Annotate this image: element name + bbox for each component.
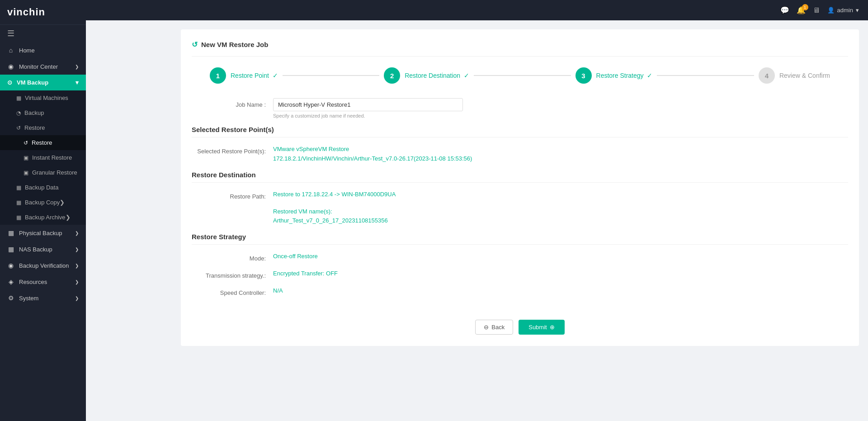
sidebar-item-resources[interactable]: ◈ Resources ❯ xyxy=(0,274,86,290)
step-circle-3: 3 xyxy=(576,67,592,84)
chevron-right-icon: ❯ xyxy=(75,263,79,268)
sidebar-item-instant-restore[interactable]: ▣ Instant Restore xyxy=(0,150,86,165)
page-header: ↺ New VM Restore Job xyxy=(192,40,848,57)
sidebar-toggle[interactable]: ☰ xyxy=(0,25,86,42)
step-divider-1 xyxy=(283,75,379,76)
notifications-icon[interactable]: 🔔 1 xyxy=(797,6,806,14)
step-circle-1: 1 xyxy=(210,67,226,84)
restore-destination-title: Restore Destination xyxy=(192,171,848,183)
granular-restore-icon: ▣ xyxy=(24,170,28,176)
notification-badge: 1 xyxy=(802,4,808,10)
backup-copy-icon: ▦ xyxy=(16,199,21,206)
chevron-right-icon: ❯ xyxy=(75,296,79,301)
system-icon: ⚙ xyxy=(7,294,14,302)
wizard-step-2[interactable]: 2 Restore Destination ✓ xyxy=(384,67,469,84)
virtual-machines-icon: ▦ xyxy=(16,95,21,101)
logo-area: vinchin xyxy=(0,0,86,25)
user-menu[interactable]: 👤 admin ▾ xyxy=(827,7,859,14)
sidebar-item-backup[interactable]: ◔ Backup xyxy=(0,105,86,120)
restore-points-row: Selected Restore Point(s): VMware vSpher… xyxy=(192,145,848,164)
sidebar-item-restore[interactable]: ↺ Restore xyxy=(0,135,86,150)
restore-path-text: Restore to 172.18.22.4 -> WIN-BM74000D9U… xyxy=(273,190,848,199)
vm-backup-icon: ⊙ xyxy=(7,79,12,86)
step-check-2: ✓ xyxy=(464,72,469,79)
restore-path-row: Restore Path: Restore to 172.18.22.4 -> … xyxy=(192,190,848,200)
restored-vm-name-value: Restored VM name(s): Arthur_Test_v7_0_26… xyxy=(273,207,848,226)
transmission-value: Encrypted Transfer: OFF xyxy=(273,269,848,279)
mode-text: Once-off Restore xyxy=(273,252,848,261)
sidebar-item-backup-archive[interactable]: ▦ Backup Archive ❯ xyxy=(0,210,86,225)
job-name-value: Specify a customized job name if needed. xyxy=(273,98,848,118)
speed-label: Speed Controller: xyxy=(192,286,273,296)
display-icon[interactable]: 🖥 xyxy=(813,6,820,14)
restore-path-label: Restore Path: xyxy=(192,190,273,200)
user-icon: 👤 xyxy=(827,7,835,14)
wizard-steps: 1 Restore Point ✓ 2 Restore Destination … xyxy=(192,67,848,84)
step-label-1: Restore Point ✓ xyxy=(231,72,278,79)
submit-button[interactable]: Submit ⊕ xyxy=(519,320,564,335)
physical-backup-icon: ▦ xyxy=(7,229,14,237)
restore-group-icon: ↺ xyxy=(16,125,21,131)
back-button[interactable]: ⊖ Back xyxy=(475,320,513,335)
transmission-text: Encrypted Transfer: OFF xyxy=(273,269,848,279)
restore-icon: ↺ xyxy=(24,140,28,146)
sidebar-item-granular-restore[interactable]: ▣ Granular Restore xyxy=(0,165,86,180)
step-label-3: Restore Strategy ✓ xyxy=(596,72,653,79)
mode-row: Mode: Once-off Restore xyxy=(192,252,848,262)
transmission-label: Transmission strategy.: xyxy=(192,269,273,279)
main-content: ↺ New VM Restore Job 1 Restore Point ✓ 2… xyxy=(172,20,868,421)
sidebar-item-backup-data[interactable]: ▦ Backup Data xyxy=(0,180,86,195)
speed-text: N/A xyxy=(273,286,848,296)
restore-points-value: VMware vSphereVM Restore 172.18.2.1/Vinc… xyxy=(273,145,848,164)
sidebar-item-backup-copy[interactable]: ▦ Backup Copy ❯ xyxy=(0,195,86,210)
user-dropdown-icon: ▾ xyxy=(856,7,859,14)
action-bar: ⊖ Back Submit ⊕ xyxy=(192,311,848,335)
job-name-input[interactable] xyxy=(273,98,463,111)
speed-row: Speed Controller: N/A xyxy=(192,286,848,296)
sidebar-item-vm-backup[interactable]: ⊙ VM Backup ▾ xyxy=(0,75,86,90)
step-divider-3 xyxy=(657,75,754,76)
step-check-1: ✓ xyxy=(273,72,278,79)
restore-point-line2: 172.18.2.1/VinchinHW/Vinchin/Arthur-Test… xyxy=(273,154,848,164)
sidebar-item-system[interactable]: ⚙ System ❯ xyxy=(0,290,86,306)
mode-value: Once-off Restore xyxy=(273,252,848,261)
topbar: 💬 🔔 1 🖥 👤 admin ▾ xyxy=(86,0,868,20)
wizard-step-3[interactable]: 3 Restore Strategy ✓ xyxy=(576,67,653,84)
restored-vm-name-row: Restored VM name(s): Arthur_Test_v7_0_26… xyxy=(192,207,848,226)
wizard-step-4[interactable]: 4 Review & Confirm xyxy=(759,67,830,84)
messages-icon[interactable]: 💬 xyxy=(780,6,789,14)
sidebar-item-physical-backup[interactable]: ▦ Physical Backup ❯ xyxy=(0,225,86,241)
nas-backup-icon: ▦ xyxy=(7,246,14,253)
step-label-4: Review & Confirm xyxy=(779,72,830,79)
mode-label: Mode: xyxy=(192,252,273,262)
step-circle-4: 4 xyxy=(759,67,775,84)
logo: vinchin xyxy=(7,6,45,18)
sidebar-item-home[interactable]: ⌂ Home xyxy=(0,42,86,58)
back-icon: ⊖ xyxy=(484,324,489,331)
sidebar-item-backup-verification[interactable]: ◉ Backup Verification ❯ xyxy=(0,257,86,274)
restore-header-icon: ↺ xyxy=(192,40,198,49)
wizard-step-1[interactable]: 1 Restore Point ✓ xyxy=(210,67,278,84)
step-label-2: Restore Destination ✓ xyxy=(405,72,469,79)
sidebar-item-restore-group[interactable]: ↺ Restore xyxy=(0,120,86,135)
job-name-hint: Specify a customized job name if needed. xyxy=(273,113,848,118)
selected-restore-points-title: Selected Restore Point(s) xyxy=(192,126,848,137)
job-name-label: Job Name : xyxy=(192,98,273,108)
page-card: ↺ New VM Restore Job 1 Restore Point ✓ 2… xyxy=(181,29,859,346)
sidebar: vinchin ☰ ⌂ Home ◉ Monitor Center ❯ ⊙ VM… xyxy=(0,0,86,421)
step-check-3: ✓ xyxy=(647,72,652,79)
page-title: New VM Restore Job xyxy=(201,41,268,48)
chevron-down-icon: ▾ xyxy=(75,79,79,86)
sidebar-item-nas-backup[interactable]: ▦ NAS Backup ❯ xyxy=(0,241,86,257)
submit-icon: ⊕ xyxy=(550,324,555,331)
restored-vm-name-label xyxy=(192,207,273,210)
sidebar-item-virtual-machines[interactable]: ▦ Virtual Machines xyxy=(0,90,86,105)
resources-icon: ◈ xyxy=(7,278,14,285)
step-divider-2 xyxy=(474,75,571,76)
chevron-right-icon: ❯ xyxy=(75,279,79,284)
transmission-row: Transmission strategy.: Encrypted Transf… xyxy=(192,269,848,279)
restored-vm-name-subtitle: Restored VM name(s): xyxy=(273,207,848,217)
sidebar-item-monitor-center[interactable]: ◉ Monitor Center ❯ xyxy=(0,58,86,75)
restore-points-label: Selected Restore Point(s): xyxy=(192,145,273,155)
instant-restore-icon: ▣ xyxy=(24,155,28,161)
